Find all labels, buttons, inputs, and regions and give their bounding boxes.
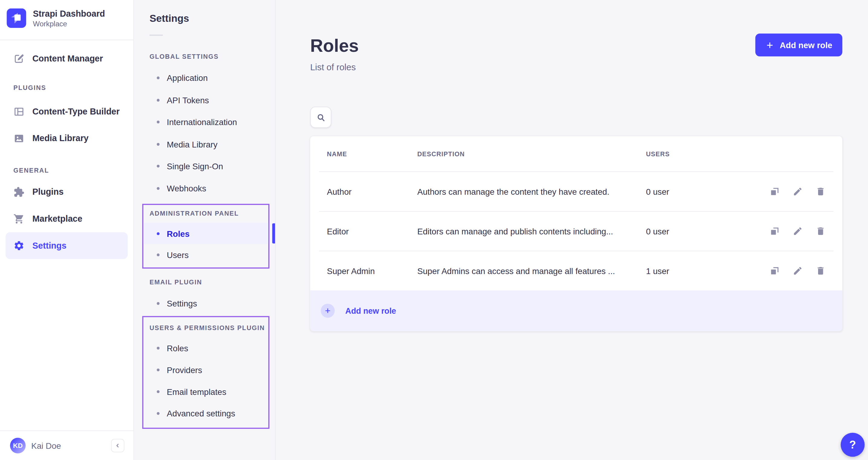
sidebar-item-marketplace[interactable]: Marketplace: [5, 206, 128, 233]
bullet-dot: [157, 346, 159, 349]
subnav-section-email-plugin: EMAIL PLUGIN Settings: [134, 278, 275, 315]
gear-icon: [13, 240, 25, 251]
section-label-plugins: PLUGINS: [13, 84, 133, 91]
section-label: USERS & PERMISSIONS PLUGIN: [150, 323, 268, 331]
sidebar-item-settings[interactable]: Settings: [5, 232, 128, 259]
edit-button[interactable]: [793, 186, 803, 197]
bullet-dot: [157, 143, 159, 146]
subnav-item-webhooks[interactable]: Webhooks: [134, 177, 275, 199]
add-new-role-label: Add new role: [345, 306, 396, 315]
collapse-sidebar-button[interactable]: [111, 439, 124, 452]
role-description: Super Admins can access and manage all f…: [417, 266, 646, 276]
puzzle-icon: [13, 186, 25, 198]
help-button[interactable]: ?: [841, 433, 865, 457]
bullet-dot: [157, 165, 159, 168]
subnav-item-providers[interactable]: Providers: [144, 359, 268, 381]
content-manager-icon: [13, 53, 25, 64]
annotation-box-administration-panel: ADMINISTRATION PANEL Roles Users: [142, 204, 269, 268]
bullet-dot: [157, 368, 159, 371]
bullet-dot: [157, 412, 159, 414]
subnav-item-media-library[interactable]: Media Library: [134, 133, 275, 155]
add-new-role-button[interactable]: Add new role: [755, 34, 842, 57]
edit-button[interactable]: [793, 226, 803, 236]
plus-icon: [321, 304, 335, 318]
active-indicator-bar: [272, 224, 275, 243]
column-header-name: NAME: [327, 150, 417, 157]
sidebar-item-media-library[interactable]: Media Library: [5, 125, 128, 152]
subnav-item-application[interactable]: Application: [134, 67, 275, 89]
chevron-left-icon: [114, 442, 121, 449]
divider: [150, 34, 163, 36]
plus-icon: [765, 40, 774, 50]
workspace-switcher[interactable]: Strapi Dashboard Workplace: [0, 0, 133, 28]
roles-page: Roles List of roles Add new role NAME DE…: [276, 0, 868, 460]
bullet-dot: [157, 302, 159, 305]
sidebar-item-content-type-builder[interactable]: Content-Type Builder: [5, 98, 128, 125]
duplicate-button[interactable]: [770, 186, 780, 197]
sidebar-item-label: Content-Type Builder: [32, 107, 120, 117]
user-name: Kai Doe: [31, 441, 61, 450]
main-sidebar: Strapi Dashboard Workplace Content Manag…: [0, 0, 134, 460]
sidebar-item-content-manager[interactable]: Content Manager: [5, 48, 128, 69]
subnav-item-users[interactable]: Users: [144, 244, 268, 265]
sidebar-item-label: Marketplace: [32, 214, 82, 224]
sidebar-item-label: Content Manager: [32, 54, 103, 64]
role-name: Author: [327, 187, 417, 196]
role-description: Authors can manage the content they have…: [417, 187, 646, 196]
delete-button[interactable]: [816, 266, 826, 276]
subnav-item-roles-admin[interactable]: Roles: [144, 223, 268, 244]
avatar[interactable]: KD: [10, 438, 26, 454]
table-row-author[interactable]: Author Authors can manage the content th…: [310, 172, 842, 211]
bullet-dot: [157, 121, 159, 123]
table-header: NAME DESCRIPTION USERS: [310, 136, 842, 171]
row-actions: [759, 266, 826, 276]
bullet-dot: [157, 232, 159, 235]
subnav-item-roles-uperm[interactable]: Roles: [144, 337, 268, 359]
cart-icon: [13, 213, 25, 224]
subnav-item-internationalization[interactable]: Internationalization: [134, 111, 275, 133]
sidebar-item-label: Settings: [32, 241, 67, 251]
workspace-name: Workplace: [33, 19, 105, 28]
role-name: Super Admin: [327, 266, 417, 276]
edit-button[interactable]: [793, 266, 803, 276]
subnav-item-api-tokens[interactable]: API Tokens: [134, 89, 275, 111]
section-label-general: GENERAL: [13, 167, 133, 174]
question-mark-icon: ?: [849, 438, 856, 451]
add-new-role-row[interactable]: Add new role: [310, 290, 842, 331]
sidebar-item-plugins[interactable]: Plugins: [5, 179, 128, 206]
bullet-dot: [157, 253, 159, 256]
subnav-item-single-sign-on[interactable]: Single Sign-On: [134, 155, 275, 177]
bullet-dot: [157, 187, 159, 190]
subnav-item-email-settings[interactable]: Settings: [134, 292, 275, 315]
delete-button[interactable]: [816, 186, 826, 197]
duplicate-button[interactable]: [770, 226, 780, 236]
role-users-count: 1 user: [646, 266, 758, 276]
subnav-item-email-templates[interactable]: Email templates: [144, 381, 268, 402]
roles-table-card: NAME DESCRIPTION USERS Author Authors ca…: [310, 136, 842, 331]
section-label: ADMINISTRATION PANEL: [150, 209, 268, 217]
subnav-item-advanced-settings[interactable]: Advanced settings: [144, 402, 268, 424]
annotation-box-users-permissions-plugin: USERS & PERMISSIONS PLUGIN Roles Provide…: [142, 316, 269, 429]
duplicate-button[interactable]: [770, 266, 780, 276]
role-description: Editors can manage and publish contents …: [417, 227, 646, 236]
table-row-editor[interactable]: Editor Editors can manage and publish co…: [310, 212, 842, 251]
column-header-description: DESCRIPTION: [417, 150, 646, 157]
column-header-users: USERS: [646, 150, 758, 157]
strapi-dashboard: Strapi Dashboard Workplace Content Manag…: [0, 0, 868, 460]
subnav-title: Settings: [150, 12, 275, 25]
sidebar-item-label: Media Library: [32, 134, 89, 144]
bullet-dot: [157, 77, 159, 79]
search-button[interactable]: [310, 107, 331, 128]
page-subtitle: List of roles: [310, 63, 842, 73]
sidebar-item-label: Plugins: [32, 187, 64, 197]
settings-subnav: Settings GLOBAL SETTINGS Application API…: [134, 0, 276, 460]
bullet-dot: [157, 99, 159, 102]
sidebar-footer: KD Kai Doe: [0, 431, 133, 460]
table-row-super-admin[interactable]: Super Admin Super Admins can access and …: [310, 251, 842, 290]
subnav-section-global-settings: GLOBAL SETTINGS Application API Tokens I…: [134, 52, 275, 199]
role-users-count: 0 user: [646, 227, 758, 236]
delete-button[interactable]: [816, 226, 826, 236]
media-library-icon: [13, 133, 25, 144]
role-users-count: 0 user: [646, 187, 758, 196]
content-type-builder-icon: [13, 106, 25, 117]
